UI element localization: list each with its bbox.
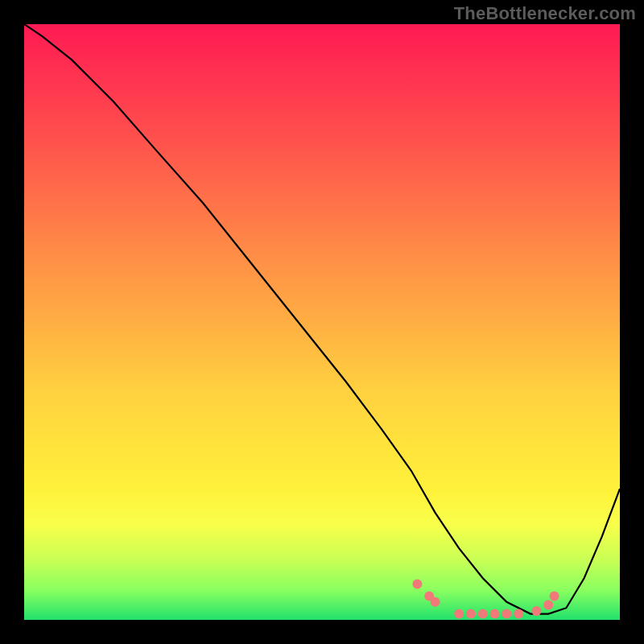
chart-frame: TheBottlenecker.com xyxy=(0,0,644,644)
marker-dot xyxy=(514,609,523,619)
attribution-text: TheBottlenecker.com xyxy=(454,3,636,24)
plot-background xyxy=(24,24,620,620)
marker-dot xyxy=(478,609,488,619)
marker-dot xyxy=(431,597,440,607)
marker-dot xyxy=(490,609,500,619)
bottleneck-chart xyxy=(24,24,620,620)
marker-dot xyxy=(502,609,511,619)
marker-dot xyxy=(412,580,422,589)
marker-dot xyxy=(550,591,559,601)
marker-dot xyxy=(543,601,553,610)
marker-dot xyxy=(466,609,476,619)
marker-dot xyxy=(531,606,541,616)
marker-dot xyxy=(454,609,464,619)
